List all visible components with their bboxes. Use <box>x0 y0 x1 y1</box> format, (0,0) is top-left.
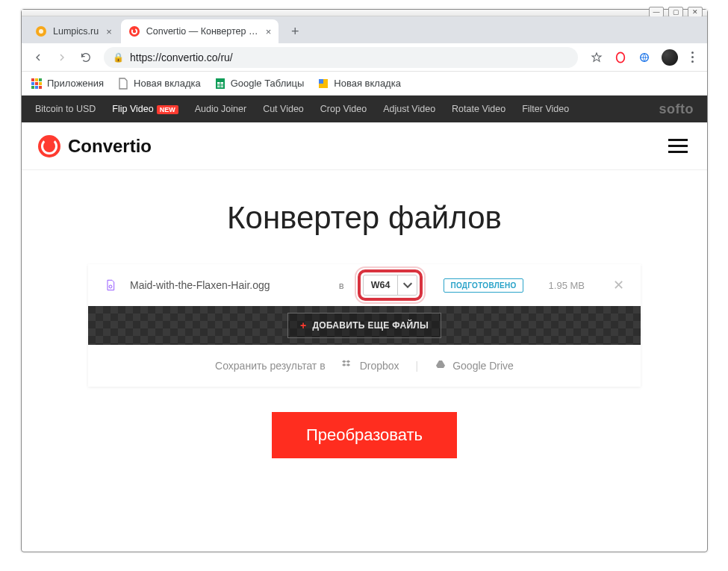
svg-point-2 <box>129 26 140 37</box>
format-value: W64 <box>364 275 398 295</box>
softo-link[interactable]: Audio Joiner <box>195 104 247 114</box>
browser-menu-button[interactable] <box>688 49 697 66</box>
tab-convertio[interactable]: Convertio — Конвертер файлов × <box>121 19 279 43</box>
add-more-label: ДОБАВИТЬ ЕЩЕ ФАЙЛЫ <box>312 320 429 331</box>
bookmark-label: Новая вкладка <box>134 78 201 89</box>
plus-icon: + <box>300 319 306 331</box>
lock-icon: 🔒 <box>113 52 124 63</box>
softo-link[interactable]: Bitcoin to USD <box>35 104 96 114</box>
favicon-lumpics <box>35 25 47 37</box>
format-selector-highlight: W64 <box>358 269 423 301</box>
save-gdrive[interactable]: Google Drive <box>435 359 514 373</box>
page-title: Конвертер файлов <box>22 200 707 236</box>
svg-rect-10 <box>35 82 38 85</box>
os-maximize-button[interactable]: ▢ <box>668 7 683 17</box>
forward-button[interactable] <box>52 47 72 68</box>
convertio-logo[interactable]: Convertio <box>38 135 152 157</box>
gdrive-icon <box>435 359 447 373</box>
dropbox-icon <box>342 359 354 373</box>
svg-rect-14 <box>39 86 42 89</box>
svg-rect-9 <box>31 82 34 85</box>
softo-link[interactable]: Adjust Video <box>383 104 435 114</box>
convert-button[interactable]: Преобразовать <box>272 412 457 458</box>
os-close-button[interactable]: ✕ <box>688 7 703 17</box>
divider: | <box>416 360 419 372</box>
tab-title: Convertio — Конвертер файлов <box>146 26 258 37</box>
format-selector[interactable]: W64 <box>363 275 418 296</box>
file-card: Maid-with-the-Flaxen-Hair.ogg в W64 ПОДГ… <box>88 264 641 387</box>
gdrive-label: Google Drive <box>452 360 514 372</box>
bookmark-label: Google Таблицы <box>231 78 305 89</box>
svg-rect-8 <box>39 78 42 81</box>
tab-close-button[interactable]: × <box>106 26 112 37</box>
remove-file-button[interactable]: ✕ <box>613 277 624 293</box>
bookmark-star-icon[interactable] <box>590 51 603 64</box>
save-destination-row: Сохранить результат в Dropbox | Google D… <box>88 345 641 387</box>
os-titlebar: — ▢ ✕ <box>22 10 707 16</box>
bookmarks-bar: Приложения Новая вкладка Google Таблицы … <box>22 72 707 96</box>
svg-point-1 <box>39 29 43 34</box>
site-header: Convertio <box>22 122 707 170</box>
bookmark-label: Приложения <box>47 78 104 89</box>
back-button[interactable] <box>28 47 49 68</box>
softo-logo: softo <box>659 102 694 117</box>
tab-lumpics[interactable]: Lumpics.ru × <box>28 19 119 43</box>
file-row: Maid-with-the-Flaxen-Hair.ogg в W64 ПОДГ… <box>88 264 641 306</box>
svg-rect-18 <box>319 79 323 84</box>
svg-rect-12 <box>31 86 34 89</box>
save-label: Сохранить результат в <box>215 360 326 372</box>
svg-rect-13 <box>35 86 38 89</box>
softo-link[interactable]: Filter Video <box>522 104 569 114</box>
softo-link[interactable]: Flip VideoNEW <box>112 104 178 114</box>
file-name: Maid-with-the-Flaxen-Hair.ogg <box>130 279 270 291</box>
extension-opera-icon[interactable] <box>614 51 627 64</box>
tab-close-button[interactable]: × <box>266 26 272 37</box>
bookmark-item[interactable]: Google Таблицы <box>214 78 305 90</box>
svg-point-4 <box>617 52 625 62</box>
menu-button[interactable] <box>665 136 691 156</box>
new-tab-button[interactable]: + <box>284 21 305 42</box>
save-dropbox[interactable]: Dropbox <box>342 359 399 373</box>
new-badge: NEW <box>157 105 178 114</box>
address-bar[interactable]: 🔒 https://convertio.co/ru/ <box>104 47 578 68</box>
browser-toolbar: 🔒 https://convertio.co/ru/ <box>22 43 707 72</box>
add-more-button[interactable]: + ДОБАВИТЬ ЕЩЕ ФАЙЛЫ <box>287 313 441 338</box>
favicon-convertio <box>128 25 140 37</box>
convertio-mark-icon <box>38 135 60 157</box>
extension-globe-icon[interactable] <box>638 51 651 64</box>
svg-point-19 <box>109 285 112 288</box>
profile-avatar[interactable] <box>662 49 678 66</box>
svg-rect-6 <box>31 78 34 81</box>
to-label: в <box>339 280 344 291</box>
browser-window: — ▢ ✕ Lumpics.ru × Convertio — Конвертер… <box>21 9 708 552</box>
brand-text: Convertio <box>68 136 152 157</box>
os-minimize-button[interactable]: — <box>649 7 664 17</box>
file-type-icon <box>105 279 119 291</box>
url-text: https://convertio.co/ru/ <box>130 52 233 63</box>
file-size: 1.95 MB <box>549 280 585 291</box>
tab-title: Lumpics.ru <box>53 26 99 37</box>
svg-rect-7 <box>35 78 38 81</box>
dropbox-label: Dropbox <box>360 360 399 372</box>
page-color-icon <box>317 78 329 90</box>
softo-link[interactable]: Rotate Video <box>452 104 505 114</box>
bookmark-label: Новая вкладка <box>334 78 401 89</box>
add-more-row: + ДОБАВИТЬ ЕЩЕ ФАЙЛЫ <box>88 306 641 345</box>
softo-nav: Bitcoin to USD Flip VideoNEW Audio Joine… <box>22 96 707 122</box>
page-icon <box>117 78 129 90</box>
status-badge: ПОДГОТОВЛЕНО <box>444 278 523 293</box>
svg-rect-11 <box>39 82 42 85</box>
bookmark-item[interactable]: Новая вкладка <box>317 78 401 90</box>
apps-button[interactable]: Приложения <box>31 78 104 90</box>
bookmark-item[interactable]: Новая вкладка <box>117 78 201 90</box>
main-content: Конвертер файлов Maid-with-the-Flaxen-Ha… <box>22 170 707 458</box>
reload-button[interactable] <box>75 47 96 68</box>
apps-icon <box>31 78 43 90</box>
softo-link[interactable]: Crop Video <box>320 104 367 114</box>
sheets-icon <box>214 78 226 90</box>
softo-link[interactable]: Cut Video <box>263 104 304 114</box>
format-dropdown-button[interactable] <box>397 275 417 295</box>
tab-strip: Lumpics.ru × Convertio — Конвертер файло… <box>22 16 707 43</box>
